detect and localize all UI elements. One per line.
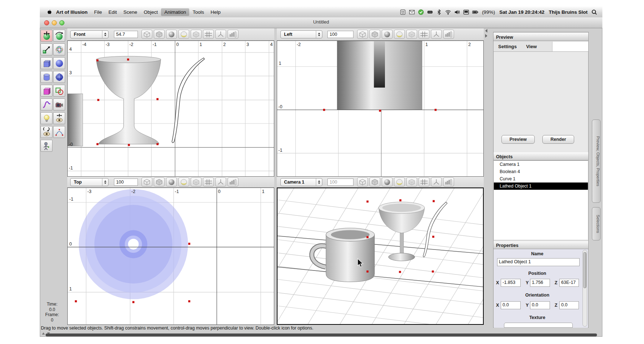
- camera-viewport-canvas[interactable]: [277, 188, 484, 325]
- axes-toggle-icon-button[interactable]: [431, 30, 442, 39]
- create-light-tool[interactable]: [41, 112, 52, 124]
- list-item-lathed-object-1[interactable]: Lathed Object 1: [494, 183, 588, 190]
- battery-icon[interactable]: [472, 9, 478, 15]
- pan-view-tool[interactable]: [53, 112, 65, 124]
- objects-list[interactable]: Camera 1 Boolean 4 Curve 1 Lathed Object…: [494, 160, 588, 240]
- flat-mode-icon-button[interactable]: [369, 177, 380, 186]
- flat-mode-icon-button[interactable]: [154, 30, 165, 39]
- list-item-boolean-4[interactable]: Boolean 4: [494, 168, 588, 175]
- coordinate-display-icon-button[interactable]: [443, 177, 454, 186]
- textured-mode-icon-button[interactable]: [178, 177, 189, 186]
- menu-tools[interactable]: Tools: [189, 8, 207, 16]
- list-item-curve-1[interactable]: Curve 1: [494, 175, 588, 183]
- wireframe-mode-icon-button[interactable]: [141, 177, 152, 186]
- rotate-trackball-tool[interactable]: [53, 43, 65, 55]
- create-polyline-tool[interactable]: [53, 126, 65, 138]
- bluetooth-icon[interactable]: [436, 9, 442, 15]
- coordinate-display-icon-button[interactable]: [228, 30, 238, 39]
- edit-skeleton-tool[interactable]: [41, 140, 52, 152]
- collapse-left-icon[interactable]: [485, 29, 487, 33]
- properties-scrollbar-thumb[interactable]: [583, 252, 586, 288]
- position-z-field[interactable]: 63E-17: [559, 279, 579, 287]
- objects-section-header[interactable]: Objects: [493, 152, 588, 160]
- position-x-field[interactable]: -1.853: [501, 279, 521, 287]
- volume-icon[interactable]: [454, 9, 460, 15]
- rotate-view-tool[interactable]: [41, 126, 52, 138]
- scroll-up-icon[interactable]: [42, 332, 45, 335]
- move-object-tool[interactable]: [41, 30, 52, 42]
- transparent-mode-icon-button[interactable]: [406, 30, 417, 39]
- menu-file[interactable]: File: [91, 8, 105, 16]
- wireframe-mode-icon-button[interactable]: [357, 177, 368, 186]
- textured-mode-icon-button[interactable]: [394, 30, 405, 39]
- coordinate-display-icon-button[interactable]: [443, 30, 454, 39]
- position-y-field[interactable]: 1.756: [530, 279, 550, 287]
- create-camera-tool[interactable]: [53, 98, 65, 110]
- name-field[interactable]: Lathed Object 1: [497, 258, 580, 266]
- flat-mode-icon-button[interactable]: [369, 30, 380, 39]
- side-tab-preview-objects-properties[interactable]: Preview, Objects, Properties: [592, 119, 601, 203]
- top-view-select[interactable]: Top: [70, 178, 109, 186]
- preview-section-header[interactable]: Preview: [493, 33, 588, 41]
- transparent-mode-icon-button[interactable]: [191, 177, 202, 186]
- left-view-select[interactable]: Left: [280, 30, 322, 38]
- front-zoom-input[interactable]: 54.7: [114, 31, 138, 38]
- menu-clock[interactable]: Sat Jan 19 20:24:42: [497, 9, 547, 15]
- axes-toggle-icon-button[interactable]: [215, 177, 226, 186]
- menu-animation[interactable]: Animation: [161, 8, 189, 16]
- scale-object-tool[interactable]: [41, 43, 52, 55]
- wireframe-mode-icon-button[interactable]: [357, 30, 368, 39]
- texture-select[interactable]: [504, 323, 573, 328]
- tab-settings[interactable]: Settings: [493, 44, 521, 49]
- menu-scene[interactable]: Scene: [120, 8, 140, 16]
- apple-menu-icon[interactable]: [46, 9, 52, 15]
- create-sphere-tool[interactable]: [53, 57, 65, 69]
- grid-toggle-icon-button[interactable]: [419, 30, 429, 39]
- orientation-y-field[interactable]: 0.0: [530, 301, 550, 309]
- smooth-mode-icon-button[interactable]: [166, 177, 177, 186]
- camera-zoom-input[interactable]: 100: [327, 179, 353, 186]
- smooth-mode-icon-button[interactable]: [382, 177, 393, 186]
- app-window-icon[interactable]: [400, 9, 406, 15]
- menu-user-name[interactable]: Thijs Bruins Slot: [547, 9, 590, 15]
- grid-toggle-icon-button[interactable]: [419, 177, 429, 186]
- orientation-z-field[interactable]: 0.0: [559, 301, 579, 309]
- camera-view-select[interactable]: Camera 1: [280, 178, 322, 186]
- front-view-select[interactable]: Front: [70, 30, 109, 38]
- menu-edit[interactable]: Edit: [105, 8, 120, 16]
- transparent-mode-icon-button[interactable]: [406, 177, 417, 186]
- top-zoom-input[interactable]: 100: [114, 179, 138, 186]
- rotate-object-tool[interactable]: [53, 30, 65, 42]
- properties-scrollbar[interactable]: [582, 250, 587, 327]
- textured-mode-icon-button[interactable]: [394, 177, 405, 186]
- axes-toggle-icon-button[interactable]: [215, 30, 226, 39]
- properties-section-header[interactable]: Properties: [493, 241, 588, 249]
- grid-toggle-icon-button[interactable]: [203, 177, 214, 186]
- mail-icon[interactable]: [409, 9, 415, 15]
- axes-toggle-icon-button[interactable]: [431, 177, 442, 186]
- input-battery-icon[interactable]: [427, 9, 433, 15]
- create-curve-tool[interactable]: [41, 98, 52, 110]
- coordinate-display-icon-button[interactable]: [228, 177, 238, 186]
- tab-view[interactable]: View: [521, 44, 541, 49]
- textured-mode-icon-button[interactable]: [178, 30, 189, 39]
- sync-icon[interactable]: [418, 9, 424, 15]
- render-button[interactable]: Render: [542, 135, 574, 144]
- left-viewport-canvas[interactable]: -2 1 2 1 -0 -1: [277, 41, 484, 177]
- side-tab-selections[interactable]: Selections: [592, 207, 601, 240]
- boolean-modeling-tool[interactable]: [53, 85, 65, 97]
- create-cylinder-tool[interactable]: [41, 71, 52, 83]
- smooth-mode-icon-button[interactable]: [382, 30, 393, 39]
- collapse-right-icon[interactable]: [485, 34, 487, 38]
- orientation-x-field[interactable]: 0.0: [501, 301, 521, 309]
- list-item-camera-1[interactable]: Camera 1: [494, 161, 588, 168]
- create-cube-tool[interactable]: [41, 57, 52, 69]
- menu-help[interactable]: Help: [207, 8, 224, 16]
- spotlight-icon[interactable]: [591, 9, 597, 15]
- front-viewport-canvas[interactable]: -4 -3 -2 -1 0 1 2 3 4 4 3 -0 -1: [67, 41, 274, 177]
- wireframe-mode-icon-button[interactable]: [141, 30, 152, 39]
- top-viewport-canvas[interactable]: -3 -2 -1 0 1 -1 0 1: [67, 188, 274, 325]
- menu-app-name[interactable]: Art of Illusion: [54, 8, 91, 16]
- preview-button[interactable]: Preview: [501, 135, 535, 144]
- wifi-icon[interactable]: [445, 9, 451, 15]
